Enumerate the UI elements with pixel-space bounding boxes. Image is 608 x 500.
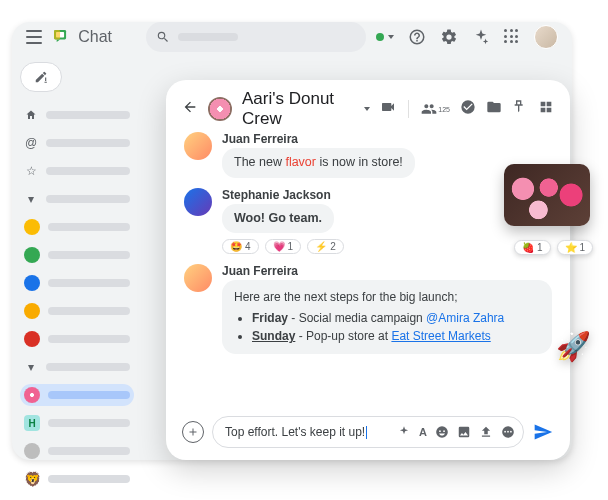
reaction-heart[interactable]: 💗 1 bbox=[265, 239, 302, 254]
composer-input: Top effort. Let's keep it up! bbox=[225, 425, 389, 439]
status-selector[interactable] bbox=[376, 33, 394, 41]
space-item-generic[interactable] bbox=[20, 440, 134, 462]
dm-item-3[interactable] bbox=[20, 272, 134, 294]
add-attachment-button[interactable] bbox=[182, 421, 204, 443]
google-chat-logo-icon bbox=[52, 28, 68, 46]
account-avatar[interactable] bbox=[534, 25, 558, 49]
pin-button[interactable] bbox=[512, 99, 528, 119]
reaction-wow[interactable]: 🤩 4 bbox=[222, 239, 259, 254]
space-item-emoji[interactable]: 🦁 bbox=[20, 468, 134, 490]
message-bubble[interactable]: The new flavor is now in store! bbox=[222, 148, 415, 178]
donut-photo-attachment[interactable] bbox=[504, 164, 590, 226]
avatar bbox=[24, 275, 40, 291]
avatar bbox=[24, 219, 40, 235]
star-icon: ☆ bbox=[24, 164, 38, 178]
search-input[interactable] bbox=[146, 22, 366, 52]
message-bubble[interactable]: Here are the next steps for the big laun… bbox=[222, 280, 552, 354]
author-avatar[interactable] bbox=[184, 132, 212, 160]
sidebar: @ ☆ ▾ ▾ H 🦁 bbox=[12, 52, 142, 500]
upload-button[interactable] bbox=[479, 425, 493, 439]
author-avatar[interactable] bbox=[184, 264, 212, 292]
compose-icon bbox=[34, 70, 48, 84]
nav-home[interactable] bbox=[20, 104, 134, 126]
space-letter-icon: H bbox=[24, 415, 40, 431]
composer-tools: A bbox=[397, 425, 515, 439]
google-apps-icon[interactable] bbox=[504, 29, 520, 45]
message-author: Stephanie Jackson bbox=[222, 188, 552, 202]
space-avatar-icon bbox=[208, 97, 232, 121]
send-button[interactable] bbox=[532, 421, 554, 443]
emoji-button[interactable] bbox=[435, 425, 449, 439]
dm-item-4[interactable] bbox=[20, 300, 134, 322]
space-title[interactable]: Aari's Donut Crew bbox=[242, 89, 350, 129]
status-active-icon bbox=[376, 33, 384, 41]
message-composer[interactable]: Top effort. Let's keep it up! A bbox=[212, 416, 524, 448]
panel-tools: 125 bbox=[380, 99, 554, 119]
link[interactable]: Eat Street Markets bbox=[391, 329, 490, 343]
image-button[interactable] bbox=[457, 425, 471, 439]
members-count: 125 bbox=[438, 106, 450, 113]
message: Juan Ferreira Here are the next steps fo… bbox=[184, 264, 552, 354]
video-call-button[interactable] bbox=[380, 99, 396, 119]
bullet-item: Friday - Social media campaign @Amira Za… bbox=[252, 309, 540, 328]
panel-header: Aari's Donut Crew 125 bbox=[182, 92, 554, 126]
reaction-bolt[interactable]: ⚡ 2 bbox=[307, 239, 344, 254]
avatar bbox=[24, 247, 40, 263]
reaction-strawberry[interactable]: 🍓 1 bbox=[514, 240, 551, 255]
message: Juan Ferreira The new flavor is now in s… bbox=[184, 132, 552, 178]
space-item-h[interactable]: H bbox=[20, 412, 134, 434]
conversation-panel: Aari's Donut Crew 125 Juan Ferreira The … bbox=[166, 80, 570, 460]
chevron-down-icon[interactable] bbox=[364, 107, 370, 111]
nav-mentions[interactable]: @ bbox=[20, 132, 134, 154]
rocket-emoji-icon: 🚀 bbox=[556, 330, 591, 363]
search-icon bbox=[156, 30, 170, 44]
message-bubble[interactable]: Woo! Go team. bbox=[222, 204, 334, 234]
avatar bbox=[24, 443, 40, 459]
new-chat-button[interactable] bbox=[20, 62, 62, 92]
author-avatar[interactable] bbox=[184, 188, 212, 216]
svg-rect-2 bbox=[54, 30, 60, 39]
space-avatar-icon bbox=[24, 387, 40, 403]
topbar-actions bbox=[376, 25, 558, 49]
gemini-sparkle-icon[interactable] bbox=[472, 28, 490, 46]
members-button[interactable]: 125 bbox=[421, 101, 450, 117]
message-list: Juan Ferreira The new flavor is now in s… bbox=[182, 126, 554, 408]
apps-button[interactable] bbox=[538, 99, 554, 119]
nav-more[interactable]: ▾ bbox=[20, 188, 134, 210]
space-item-donut-crew[interactable] bbox=[20, 384, 134, 406]
message: Stephanie Jackson Woo! Go team. 🤩 4 💗 1 … bbox=[184, 188, 552, 255]
user-mention[interactable]: @Amira Zahra bbox=[426, 311, 504, 325]
sidebar-spacer: ▾ bbox=[20, 356, 134, 378]
tasks-button[interactable] bbox=[460, 99, 476, 119]
dm-item-1[interactable] bbox=[20, 216, 134, 238]
settings-icon[interactable] bbox=[440, 28, 458, 46]
bullet-item: Sunday - Pop-up store at Eat Street Mark… bbox=[252, 327, 540, 346]
files-button[interactable] bbox=[486, 99, 502, 119]
top-bar: Chat bbox=[12, 22, 572, 52]
back-button[interactable] bbox=[182, 99, 198, 119]
nav-starred[interactable]: ☆ bbox=[20, 160, 134, 182]
reactions-bar: 🤩 4 💗 1 ⚡ 2 bbox=[222, 239, 552, 254]
format-text-button[interactable]: A bbox=[419, 426, 427, 438]
search-placeholder-skeleton bbox=[178, 33, 238, 41]
avatar bbox=[24, 331, 40, 347]
message-author: Juan Ferreira bbox=[222, 132, 552, 146]
composer-row: Top effort. Let's keep it up! A bbox=[182, 416, 554, 448]
highlighted-word: flavor bbox=[285, 155, 316, 169]
floating-reactions: 🍓 1 ⭐ 1 bbox=[514, 240, 593, 255]
dm-item-5[interactable] bbox=[20, 328, 134, 350]
app-brand: Chat bbox=[78, 28, 112, 46]
reaction-star[interactable]: ⭐ 1 bbox=[557, 240, 594, 255]
more-options-button[interactable] bbox=[501, 425, 515, 439]
chevron-down-icon: ▾ bbox=[24, 360, 38, 374]
main-menu-icon[interactable] bbox=[26, 30, 42, 44]
chevron-down-icon: ▾ bbox=[24, 192, 38, 206]
dm-item-2[interactable] bbox=[20, 244, 134, 266]
help-icon[interactable] bbox=[408, 28, 426, 46]
gemini-sparkle-icon[interactable] bbox=[397, 425, 411, 439]
home-icon bbox=[24, 108, 38, 122]
chevron-down-icon bbox=[388, 35, 394, 39]
lion-emoji-icon: 🦁 bbox=[24, 471, 40, 487]
avatar bbox=[24, 303, 40, 319]
at-icon: @ bbox=[24, 136, 38, 150]
